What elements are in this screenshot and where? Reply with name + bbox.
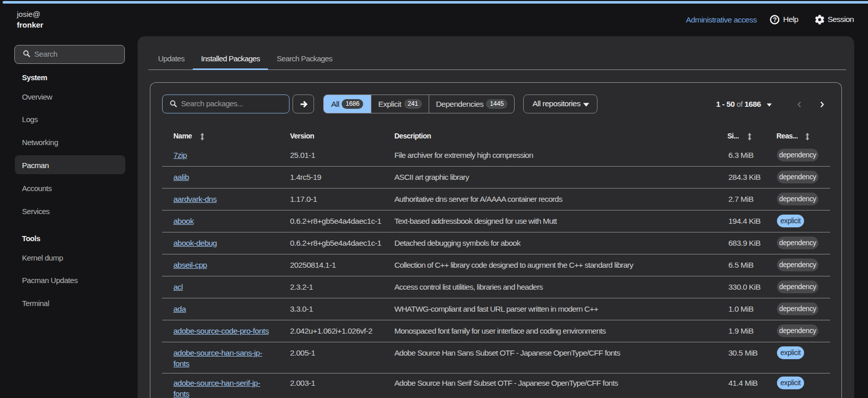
svg-text:?: ?	[773, 16, 776, 24]
